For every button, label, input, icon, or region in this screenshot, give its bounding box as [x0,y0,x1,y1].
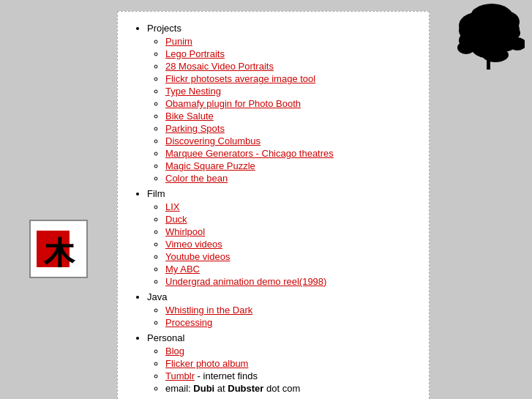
list-item: email: Dubi at Dubster dot com [165,383,414,394]
list-item: Parking Spots [165,123,414,134]
category-item-2: JavaWhistling in the DarkProcessing [147,291,414,328]
nav-link[interactable]: LIX [165,201,180,212]
list-item: Undergrad animation demo reel(1998) [165,276,414,287]
logo-box: 木 [29,220,88,278]
nav-list: ProjectsPunimLego Portraits28 Mosaic Vid… [132,23,414,394]
nav-link[interactable]: Undergrad animation demo reel(1998) [165,276,326,287]
category-label-2: Java [147,291,167,302]
list-item: Flickr photosets average image tool [165,73,414,84]
nav-link[interactable]: Tumblr [165,370,195,381]
link-suffix: - internet finds [195,370,258,381]
tree-silhouette [437,0,525,73]
category-label-1: Film [147,188,165,199]
list-item: LIX [165,201,414,212]
list-item: Type Nesting [165,86,414,97]
svg-rect-16 [487,55,490,70]
email-domain: Dubster [228,383,263,394]
list-item: Color the bean [165,173,414,184]
nav-link[interactable]: Type Nesting [165,86,221,97]
list-item: Youtube videos [165,251,414,262]
svg-point-11 [472,7,490,19]
category-item-3: PersonalBlogFlicker photo albumTumblr - … [147,332,414,394]
list-item: Discovering Columbus [165,135,414,146]
svg-point-10 [459,22,481,40]
nav-link[interactable]: Color the bean [165,173,228,184]
list-item: Marquee Generators - Chicago theatres [165,148,414,159]
category-item-0: ProjectsPunimLego Portraits28 Mosaic Vid… [147,23,414,184]
svg-text:木: 木 [43,236,76,270]
nav-link[interactable]: Parking Spots [165,123,225,134]
sub-list-1: LIXDuckWhirlpoolVimeo videosYoutube vide… [147,201,414,287]
nav-link[interactable]: Marquee Generators - Chicago theatres [165,148,334,159]
email-text: email: Dubi at Dubster dot com [165,383,300,394]
svg-point-13 [457,41,475,54]
list-item: Flicker photo album [165,358,414,369]
list-item: Magic Square Puzzle [165,160,414,171]
sub-list-0: PunimLego Portraits28 Mosaic Video Portr… [147,36,414,184]
email-user: Dubi [193,383,214,394]
list-item: Whirlpool [165,226,414,237]
main-content: ProjectsPunimLego Portraits28 Mosaic Vid… [117,11,430,399]
svg-point-14 [482,48,509,62]
nav-link[interactable]: My ABC [165,264,200,275]
nav-link[interactable]: Blog [165,346,184,357]
nav-link[interactable]: Lego Portraits [165,48,225,59]
list-item: Punim [165,36,414,47]
nav-link[interactable]: Obamafy plugin for Photo Booth [165,98,301,109]
nav-link[interactable]: Whistling in the Dark [165,305,252,316]
nav-link[interactable]: Processing [165,317,212,328]
nav-link[interactable]: Whirlpool [165,226,205,237]
right-sidebar [437,0,532,399]
list-item: Lego Portraits [165,48,414,59]
category-label-0: Projects [147,23,181,34]
list-item: Whistling in the Dark [165,305,414,316]
nav-link[interactable]: Duck [165,214,187,225]
list-item: Duck [165,214,414,225]
nav-link[interactable]: Magic Square Puzzle [165,160,255,171]
sub-list-3: BlogFlicker photo albumTumblr - internet… [147,346,414,394]
nav-link[interactable]: Youtube videos [165,251,230,262]
nav-link[interactable]: Flicker photo album [165,358,248,369]
sub-list-2: Whistling in the DarkProcessing [147,305,414,328]
list-item: Vimeo videos [165,239,414,250]
nav-link[interactable]: Vimeo videos [165,239,222,250]
nav-link[interactable]: Punim [165,36,192,47]
logo-icon: 木 [33,223,84,275]
left-sidebar: 木 [0,0,117,399]
tree-image [437,0,525,73]
list-item: My ABC [165,264,414,275]
list-item: Blog [165,346,414,357]
list-item: Bike Salute [165,111,414,122]
nav-link[interactable]: Flickr photosets average image tool [165,73,315,84]
category-item-1: FilmLIXDuckWhirlpoolVimeo videosYoutube … [147,188,414,287]
list-item: 28 Mosaic Video Portraits [165,61,414,72]
nav-link[interactable]: Discovering Columbus [165,135,261,146]
nav-link[interactable]: 28 Mosaic Video Portraits [165,61,274,72]
nav-link[interactable]: Bike Salute [165,111,214,122]
list-item: Obamafy plugin for Photo Booth [165,98,414,109]
list-item: Processing [165,317,414,328]
category-label-3: Personal [147,332,184,343]
list-item: Tumblr - internet finds [165,370,414,381]
